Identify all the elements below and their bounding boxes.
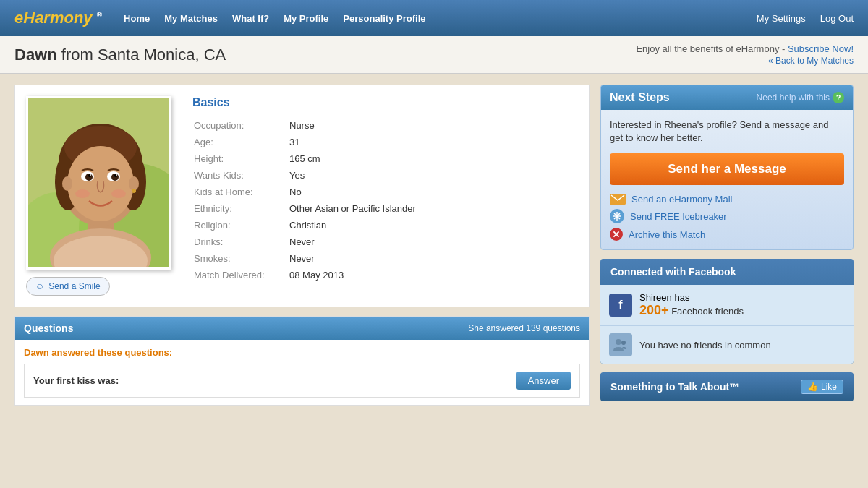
basics-row: Smokes:Never [194, 251, 576, 266]
send-message-button[interactable]: Send her a Message [610, 153, 844, 185]
basics-title: Basics [192, 96, 578, 109]
next-steps-header: Next Steps Need help with this ? [601, 85, 853, 110]
main-content: ☺ Send a Smile Basics Occupation:NurseAg… [0, 74, 868, 416]
log-out-link[interactable]: Log Out [820, 13, 854, 24]
promo-text: Enjoy all the benefits of eHarmony - [636, 43, 788, 54]
facebook-friends-row: f Shireen has 200+ Facebook friends [600, 285, 854, 326]
facebook-card: Connected with Facebook f Shireen has 20… [600, 259, 854, 364]
basics-label: Height: [194, 151, 288, 166]
facebook-icon: f [609, 294, 632, 317]
basics-row: Drinks:Never [194, 234, 576, 249]
need-help-text: Need help with this [757, 93, 830, 103]
basics-value: 165 cm [289, 151, 576, 166]
basics-value: Other Asian or Pacific Islander [289, 201, 576, 216]
my-settings-link[interactable]: My Settings [757, 13, 806, 24]
profile-card: ☺ Send a Smile Basics Occupation:NurseAg… [14, 85, 590, 307]
svg-point-31 [621, 341, 626, 345]
nav-my-matches[interactable]: My Matches [164, 13, 218, 24]
basics-label: Smokes: [194, 251, 288, 266]
nav-personality-profile[interactable]: Personality Profile [343, 13, 425, 24]
right-column: Next Steps Need help with this ? Interes… [600, 85, 854, 406]
svg-point-20 [75, 189, 90, 198]
left-column: ☺ Send a Smile Basics Occupation:NurseAg… [14, 85, 590, 406]
profile-photo [28, 98, 171, 270]
basics-value: Nurse [289, 118, 576, 133]
facebook-name: Shireen [639, 292, 672, 303]
basics-label: Ethnicity: [194, 201, 288, 216]
facebook-has: has [674, 292, 689, 303]
basics-value: Christian [289, 218, 576, 233]
profile-photo-frame [26, 96, 171, 270]
archive-match-link[interactable]: Archive this Match [629, 229, 705, 240]
basics-table: Occupation:NurseAge:31Height:165 cmWants… [192, 116, 578, 284]
basics-value: Yes [289, 168, 576, 183]
smile-icon: ☺ [35, 281, 44, 291]
basics-row: Occupation:Nurse [194, 118, 576, 133]
question-item: Your first kiss was: Answer [24, 364, 580, 398]
basics-value: No [289, 184, 576, 200]
facebook-body: f Shireen has 200+ Facebook friends [600, 285, 854, 364]
nav-what-if[interactable]: What If? [232, 13, 269, 24]
next-steps-description: Interested in Rheena's profile? Send a m… [610, 119, 844, 145]
like-button[interactable]: 👍 Like [801, 380, 843, 394]
basics-label: Drinks: [194, 234, 288, 249]
basics-value: Never [289, 251, 576, 266]
photo-area: ☺ Send a Smile [26, 96, 178, 296]
common-friends-icon [609, 333, 632, 356]
basics-row: Height:165 cm [194, 151, 576, 166]
common-friends-text: You have no friends in common [639, 340, 771, 351]
send-mail-link[interactable]: Send an eHarmony Mail [631, 194, 732, 205]
subscribe-link[interactable]: Subscribe Now! [788, 43, 854, 54]
basics-label: Age: [194, 134, 288, 150]
facebook-header: Connected with Facebook [600, 259, 854, 285]
basics-label: Wants Kids: [194, 168, 288, 183]
dawn-answered-label: Dawn answered these questions: [24, 347, 580, 358]
icebreaker-link[interactable]: Send FREE Icebreaker [630, 211, 727, 222]
subheader: Dawn from Santa Monica, CA Enjoy all the… [0, 36, 868, 74]
basics-row: Kids at Home:No [194, 184, 576, 200]
next-steps-card: Next Steps Need help with this ? Interes… [600, 85, 854, 250]
next-steps-actions: Send an eHarmony Mail Send FREE Icebreak… [610, 194, 844, 241]
talk-title: Something to Talk About™ [610, 381, 739, 393]
send-mail-action: Send an eHarmony Mail [610, 194, 844, 205]
svg-point-19 [116, 174, 117, 176]
need-help-link[interactable]: Need help with this ? [757, 92, 844, 103]
facebook-common-row: You have no friends in common [600, 326, 854, 364]
basics-row: Wants Kids:Yes [194, 168, 576, 183]
promo-area: Enjoy all the benefits of eHarmony - Sub… [636, 43, 854, 66]
basics-row: Age:31 [194, 134, 576, 150]
send-smile-button[interactable]: ☺ Send a Smile [26, 277, 110, 296]
basics-value: 31 [289, 134, 576, 150]
basics-label: Match Delivered: [194, 267, 288, 283]
answer-button[interactable]: Answer [516, 372, 571, 390]
basics-area: Basics Occupation:NurseAge:31Height:165 … [192, 96, 578, 296]
friends-label: Facebook friends [671, 306, 744, 317]
back-to-matches-link[interactable]: « Back to My Matches [636, 56, 854, 66]
basics-label: Occupation: [194, 118, 288, 133]
archive-action: Archive this Match [610, 228, 844, 241]
svg-point-30 [616, 339, 621, 345]
thumbs-up-icon: 👍 [807, 382, 818, 392]
questions-title: Questions [24, 322, 73, 334]
logo: eHarmony ® [14, 9, 102, 27]
icebreaker-action: Send FREE Icebreaker [610, 209, 844, 223]
next-steps-body: Interested in Rheena's profile? Send a m… [601, 110, 853, 249]
profile-name: Dawn from Santa Monica, CA [14, 46, 226, 64]
nav-right: My Settings Log Out [757, 13, 854, 24]
navbar: eHarmony ® Home My Matches What If? My P… [0, 0, 868, 36]
basics-label: Kids at Home: [194, 184, 288, 200]
questions-body: Dawn answered these questions: Your firs… [15, 340, 589, 405]
svg-point-24 [132, 189, 136, 193]
basics-value: 08 May 2013 [289, 267, 576, 283]
next-steps-title: Next Steps [610, 91, 670, 104]
question-text: Your first kiss was: [33, 375, 119, 386]
basics-row: Religion:Christian [194, 218, 576, 233]
archive-icon [610, 228, 623, 241]
nav-links: Home My Matches What If? My Profile Pers… [124, 13, 757, 24]
talk-header: Something to Talk About™ 👍 Like [600, 372, 854, 401]
basics-value: Never [289, 234, 576, 249]
nav-home[interactable]: Home [124, 13, 150, 24]
icebreaker-icon [610, 209, 624, 223]
basics-row: Ethnicity:Other Asian or Pacific Islande… [194, 201, 576, 216]
nav-my-profile[interactable]: My Profile [284, 13, 328, 24]
